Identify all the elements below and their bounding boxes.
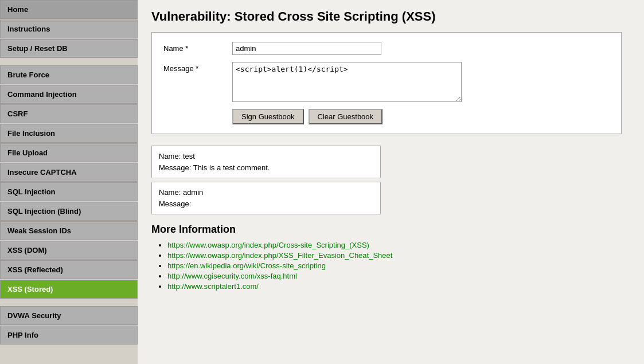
more-info-title: More Information <box>151 224 630 236</box>
info-link-item-0: https://www.owasp.org/index.php/Cross-si… <box>167 240 630 249</box>
sidebar-item-instructions[interactable]: Instructions <box>0 19 138 38</box>
sidebar-item-home[interactable]: Home <box>0 0 138 19</box>
name-input[interactable] <box>232 42 381 55</box>
sidebar-item-insecure-captcha[interactable]: Insecure CAPTCHA <box>0 163 138 182</box>
sidebar-item-csrf[interactable]: CSRF <box>0 104 138 123</box>
info-link-0[interactable]: https://www.owasp.org/index.php/Cross-si… <box>167 241 369 249</box>
sign-guestbook-button[interactable]: Sign Guestbook <box>232 109 304 124</box>
sidebar-item-dvwa-security[interactable]: DVWA Security <box>0 306 138 325</box>
clear-guestbook-button[interactable]: Clear Guestbook <box>309 109 383 124</box>
form-buttons: Sign Guestbook Clear Guestbook <box>163 109 610 124</box>
info-link-1[interactable]: https://www.owasp.org/index.php/XSS_Filt… <box>167 251 392 260</box>
name-row: Name * <box>163 42 610 55</box>
bot-nav: DVWA SecurityPHP Info <box>0 306 138 345</box>
sidebar-item-weak-session-ids[interactable]: Weak Session IDs <box>0 221 138 240</box>
comment-message: Message: <box>159 199 191 208</box>
info-link-2[interactable]: https://en.wikipedia.org/wiki/Cross-site… <box>167 261 326 270</box>
message-row: Message * <box>163 62 610 102</box>
sidebar-item-file-upload[interactable]: File Upload <box>0 143 138 162</box>
sidebar-item-php-info[interactable]: PHP Info <box>0 326 138 345</box>
sidebar-item-xss-stored[interactable]: XSS (Stored) <box>0 280 138 299</box>
sidebar-item-xss-reflected[interactable]: XSS (Reflected) <box>0 260 138 279</box>
sidebar-item-sql-injection-blind[interactable]: SQL Injection (Blind) <box>0 202 138 221</box>
page-title: Vulnerability: Stored Cross Site Scripti… <box>151 9 630 24</box>
info-link-item-2: https://en.wikipedia.org/wiki/Cross-site… <box>167 261 630 270</box>
sidebar-item-sql-injection[interactable]: SQL Injection <box>0 182 138 201</box>
sidebar-item-file-inclusion[interactable]: File Inclusion <box>0 124 138 143</box>
xss-form-box: Name * Message * Sign Guestbook Clear Gu… <box>151 32 622 134</box>
comment-box-0: Name: testMessage: This is a test commen… <box>151 146 381 178</box>
comment-name: Name: admin <box>159 188 203 197</box>
sidebar-item-xss-dom[interactable]: XSS (DOM) <box>0 241 138 260</box>
comment-message: Message: This is a test comment. <box>159 163 270 172</box>
message-label: Message * <box>163 62 232 73</box>
info-link-3[interactable]: http://www.cgisecurity.com/xss-faq.html <box>167 272 297 280</box>
comment-name: Name: test <box>159 152 195 161</box>
sidebar-item-brute-force[interactable]: Brute Force <box>0 65 138 84</box>
name-label: Name * <box>163 42 232 53</box>
top-nav: HomeInstructionsSetup / Reset DB <box>0 0 138 58</box>
info-link-4[interactable]: http://www.scriptalert1.com/ <box>167 282 259 291</box>
sidebar-item-command-injection[interactable]: Command Injection <box>0 85 138 104</box>
info-links: https://www.owasp.org/index.php/Cross-si… <box>151 240 630 291</box>
comments-container: Name: testMessage: This is a test commen… <box>151 146 630 214</box>
main-content: Vulnerability: Stored Cross Site Scripti… <box>138 0 644 364</box>
info-link-item-4: http://www.scriptalert1.com/ <box>167 281 630 291</box>
info-link-item-3: http://www.cgisecurity.com/xss-faq.html <box>167 271 630 280</box>
mid-nav: Brute ForceCommand InjectionCSRFFile Inc… <box>0 65 138 299</box>
sidebar-item-setup-reset-db[interactable]: Setup / Reset DB <box>0 39 138 58</box>
comment-box-1: Name: adminMessage: <box>151 182 381 214</box>
info-link-item-1: https://www.owasp.org/index.php/XSS_Filt… <box>167 251 630 260</box>
message-input[interactable] <box>232 62 462 102</box>
sidebar: HomeInstructionsSetup / Reset DB Brute F… <box>0 0 138 364</box>
